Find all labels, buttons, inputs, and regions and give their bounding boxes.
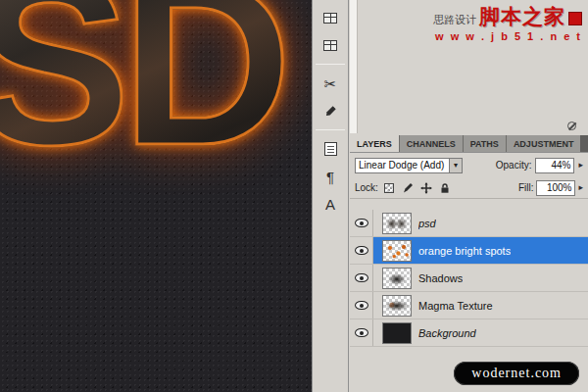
tab-layers[interactable]: LAYERS [350, 135, 400, 152]
lock-all-button[interactable] [437, 180, 453, 195]
thumbnail-preview [383, 214, 411, 233]
eyedropper-icon [324, 105, 337, 118]
tab-adjustments[interactable]: ADJUSTMENT [507, 135, 581, 152]
lock-icon [439, 182, 451, 194]
layer-thumbnail[interactable] [382, 322, 412, 344]
layer-row-magma-texture[interactable]: Magma Texture [350, 292, 588, 319]
scissors-panel-button[interactable]: ✂ [318, 72, 343, 95]
eye-icon [355, 246, 368, 255]
character-icon: A [325, 197, 335, 212]
thumbnail-preview [383, 241, 411, 261]
visibility-toggle[interactable] [350, 319, 373, 346]
eye-icon [355, 273, 368, 282]
brush-icon [402, 182, 414, 194]
blend-mode-value: Linear Dodge (Add) [356, 160, 449, 171]
layer-thumbnail[interactable] [382, 213, 412, 234]
watermark-prefix: 思路设计 [433, 14, 476, 29]
collapsed-panel-button-1[interactable] [318, 6, 343, 29]
layer-thumbnail[interactable] [382, 240, 412, 262]
brand-badge-icon [568, 12, 582, 25]
opacity-slider-arrow-icon[interactable]: ▸ [578, 161, 583, 170]
layer-name: psd [418, 218, 436, 229]
lock-label: Lock: [355, 182, 378, 193]
blend-mode-select[interactable]: Linear Dodge (Add) ▾ [355, 158, 463, 173]
tab-channels[interactable]: CHANNELS [400, 135, 464, 152]
visibility-toggle[interactable] [350, 265, 373, 291]
layer-row-psd[interactable]: psd [350, 210, 588, 237]
layer-thumbnail[interactable] [382, 268, 412, 289]
notes-panel-button[interactable] [318, 137, 343, 161]
character-panel-button[interactable]: A [318, 192, 343, 216]
circle-slash-icon[interactable] [567, 122, 576, 130]
eye-icon [355, 301, 368, 310]
lock-position-button[interactable] [418, 180, 434, 195]
layer-row-orange-bright-spots[interactable]: orange bright spots [350, 237, 588, 265]
dock-separator [316, 129, 345, 130]
paragraph-icon: ¶ [326, 170, 334, 184]
lock-transparency-button[interactable] [381, 180, 397, 195]
layer-name: Background [418, 327, 476, 339]
eyedropper-panel-button[interactable] [318, 99, 343, 122]
photoshop-window: SD ✂ ¶ A [0, 0, 588, 392]
move-icon [420, 182, 432, 194]
eye-icon [355, 219, 368, 227]
layer-name: Shadows [418, 272, 463, 284]
fill-value: 100% [547, 182, 572, 193]
fill-label: Fill: [518, 182, 534, 193]
visibility-toggle[interactable] [350, 292, 373, 318]
collapsed-panel-button-2[interactable] [318, 33, 343, 57]
bottom-watermark: wodernet.com [454, 362, 579, 385]
opacity-value: 44% [551, 160, 570, 171]
paragraph-panel-button[interactable]: ¶ [318, 165, 343, 188]
layer-name: orange bright spots [418, 245, 511, 257]
lock-fill-row: Lock: Fill: [350, 177, 588, 199]
thumbnail-preview [383, 296, 411, 316]
fill-slider-arrow-icon[interactable]: ▸ [578, 183, 583, 192]
layer-name: Magma Texture [418, 300, 493, 312]
layer-row-background[interactable]: Background [350, 319, 588, 347]
notes-icon [324, 142, 337, 156]
layer-row-shadows[interactable]: Shadows [350, 265, 588, 292]
lock-paint-button[interactable] [400, 180, 416, 195]
site-watermark: 思路设计 脚本之家 w w w . j b 5 1 . n e t [433, 5, 582, 43]
layer-thumbnail[interactable] [382, 295, 412, 317]
document-canvas[interactable]: SD [0, 0, 312, 392]
transparency-icon [384, 183, 394, 193]
fill-input[interactable]: 100% [536, 180, 575, 196]
eye-icon [355, 328, 368, 337]
opacity-input[interactable]: 44% [535, 158, 574, 173]
tab-paths[interactable]: PATHS [464, 135, 507, 152]
visibility-toggle[interactable] [350, 210, 373, 236]
blend-opacity-row: Linear Dodge (Add) ▾ Opacity: 44% ▸ [350, 154, 588, 176]
right-panel: 思路设计 脚本之家 w w w . j b 5 1 . n e t LAYERS… [350, 0, 588, 392]
dock-separator [316, 64, 345, 65]
watermark-brand: 脚本之家 [479, 5, 565, 28]
visibility-toggle[interactable] [350, 237, 373, 264]
watermark-url: w w w . j b 5 1 . n e t [433, 30, 582, 43]
scissors-icon: ✂ [324, 76, 337, 91]
panel-dock: ✂ ¶ A [312, 0, 349, 392]
panel-tab-bar: LAYERS CHANNELS PATHS ADJUSTMENT [350, 135, 588, 153]
panel-grid-icon [323, 40, 337, 51]
thumbnail-preview [383, 269, 411, 288]
chevron-down-icon: ▾ [449, 159, 462, 172]
lava-text-artwork: SD [0, 0, 282, 180]
panel-gutter [350, 0, 358, 133]
opacity-label: Opacity: [496, 160, 532, 171]
panel-grid-icon [323, 13, 337, 24]
